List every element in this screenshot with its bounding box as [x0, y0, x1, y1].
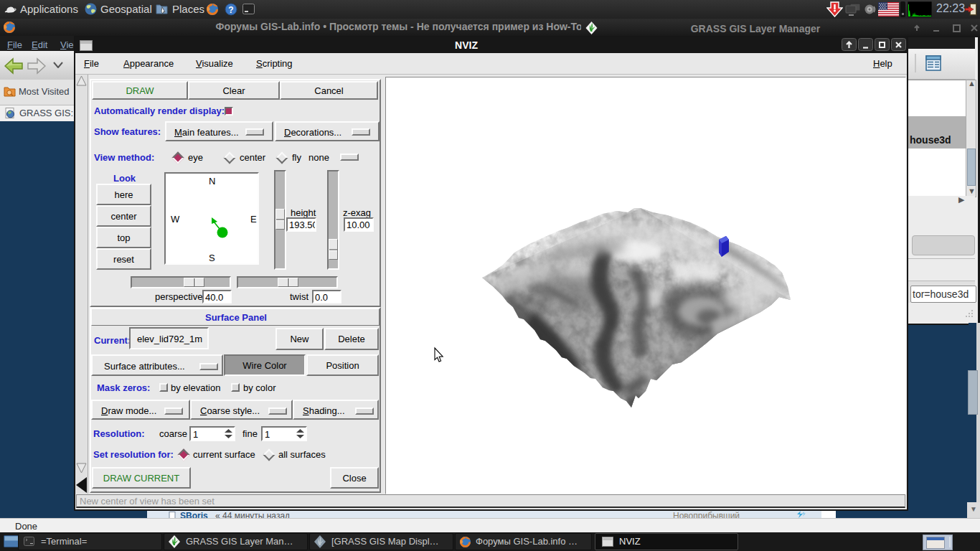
svg-text:?: ? — [228, 5, 233, 15]
